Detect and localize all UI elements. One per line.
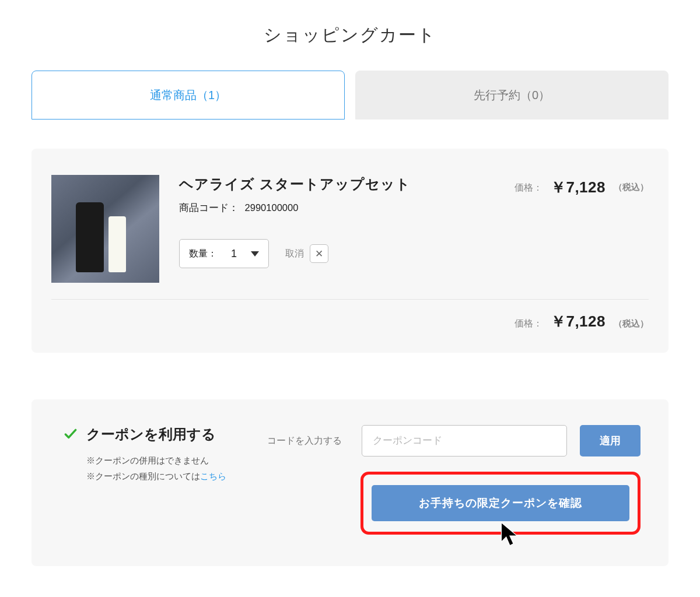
product-code-label: 商品コード： [179, 202, 239, 213]
coupon-note-2-prefix: ※クーポンの種別については [86, 472, 200, 481]
coupon-code-input[interactable] [362, 425, 567, 456]
coupon-note-1: ※クーポンの併用はできません [63, 453, 267, 469]
apply-coupon-button[interactable]: 適用 [580, 425, 640, 456]
product-thumbnail [51, 175, 159, 283]
tab-preorder[interactable]: 先行予約（0） [355, 71, 668, 120]
item-price-label: 価格： [514, 177, 542, 194]
tab-regular[interactable]: 通常商品（1） [32, 71, 345, 120]
chevron-down-icon [251, 251, 259, 257]
item-price-tax: （税込） [614, 177, 649, 193]
cart-item: ヘアライズ スタートアップセット 商品コード： 2990100000 数量： 1… [51, 175, 649, 299]
product-name: ヘアライズ スタートアップセット [179, 175, 495, 194]
subtotal-row: 価格： ￥7,128 （税込） [51, 311, 649, 332]
quantity-value: 1 [228, 248, 240, 260]
quantity-label: 数量： [189, 248, 217, 260]
cursor-icon [497, 520, 523, 549]
cart-panel: ヘアライズ スタートアップセット 商品コード： 2990100000 数量： 1… [32, 149, 668, 353]
subtotal-tax: （税込） [614, 314, 649, 329]
highlight-annotation: お手持ちの限定クーポンを確認 [360, 472, 640, 535]
coupon-input-label: コードを入力する [267, 435, 349, 447]
check-icon [63, 429, 78, 440]
coupon-note-2: ※クーポンの種別についてはこちら [63, 469, 267, 484]
coupon-type-link[interactable]: こちら [200, 472, 226, 481]
item-price-value: ￥7,128 [551, 177, 606, 198]
subtotal-value: ￥7,128 [551, 311, 606, 332]
coupon-panel: クーポンを利用する ※クーポンの併用はできません ※クーポンの種別についてはこち… [32, 399, 668, 566]
cart-tabs: 通常商品（1） 先行予約（0） [32, 71, 668, 120]
item-price: 価格： ￥7,128 （税込） [514, 175, 649, 283]
remove-label: 取消 [285, 248, 304, 260]
close-icon: ✕ [315, 248, 323, 260]
page-title: ショッピングカート [32, 23, 668, 47]
product-code-value: 2990100000 [245, 202, 299, 213]
product-code: 商品コード： 2990100000 [179, 202, 495, 215]
quantity-select[interactable]: 数量： 1 [179, 239, 269, 268]
confirm-coupon-button[interactable]: お手持ちの限定クーポンを確認 [372, 485, 629, 521]
tab-preorder-label: 先行予約（0） [474, 87, 550, 103]
tab-regular-label: 通常商品（1） [150, 87, 226, 103]
coupon-title: クーポンを利用する [86, 425, 216, 444]
divider [51, 299, 649, 300]
remove-button[interactable]: ✕ [310, 244, 328, 263]
subtotal-label: 価格： [514, 313, 542, 330]
